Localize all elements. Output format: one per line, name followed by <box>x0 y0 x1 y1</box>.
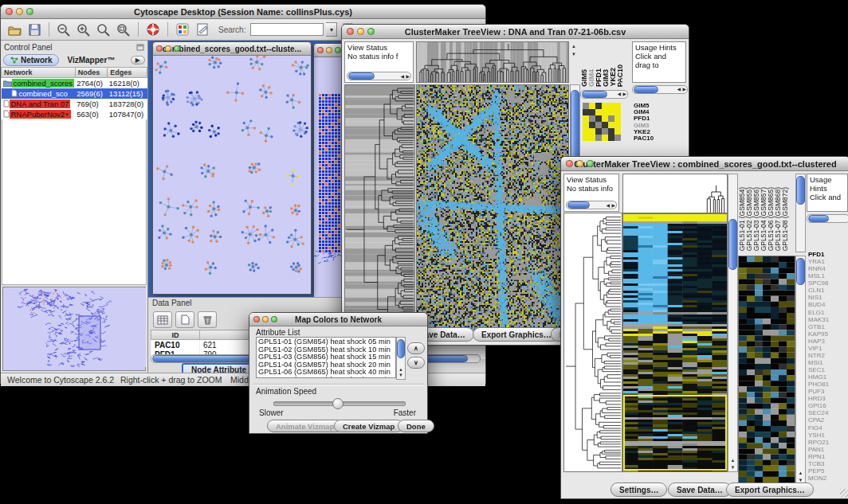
scroll-left-icon[interactable]: ◀ <box>617 91 621 96</box>
scroll-up-icon[interactable]: ▲ <box>397 367 405 373</box>
network-row[interactable]: RNAPuberNov2+ 563(0) 107847(0) <box>2 109 147 119</box>
row-dendrogram-canvas[interactable] <box>344 84 415 331</box>
scroll-up-icon[interactable]: ▲ <box>728 458 737 463</box>
column-labels-hscrollbar[interactable]: ◀ ▶ <box>580 90 628 99</box>
minimize-button[interactable] <box>16 8 23 15</box>
scroll-down-icon[interactable]: ▼ <box>728 465 737 471</box>
speed-slider-thumb[interactable] <box>332 398 344 409</box>
resize-grip[interactable] <box>840 489 848 498</box>
minimize-button[interactable] <box>357 28 364 35</box>
close-button[interactable] <box>566 160 573 167</box>
tab-network[interactable]: Network <box>3 54 59 66</box>
more-tabs-button[interactable]: ▶ <box>131 56 145 64</box>
move-up-button[interactable]: ∧ <box>407 342 425 354</box>
column-dendrogram-canvas[interactable] <box>416 41 569 83</box>
vizmapper-button[interactable] <box>174 21 191 37</box>
minimize-button[interactable] <box>165 45 171 52</box>
scroll-right-icon[interactable]: ▶ <box>682 86 686 92</box>
summary-row-labels[interactable]: GIM5GIM4PFD1GIM3YKE2PAC10 <box>634 103 683 144</box>
scroll-right-icon[interactable]: ▶ <box>622 91 626 96</box>
float-panel-icon[interactable] <box>136 44 144 51</box>
birdseye-view[interactable] <box>2 287 146 371</box>
gene-label[interactable]: PUF3 <box>808 388 848 395</box>
column-labels[interactable]: GPL51-01 (GSM854)GPL51-02 (GSM855)GPL51-… <box>739 173 791 251</box>
gene-label[interactable]: PEP5 <box>808 467 848 475</box>
save-data-button[interactable]: Save Data… <box>668 483 732 497</box>
gene-label[interactable]: KAP95 <box>808 330 848 338</box>
column-labels[interactable]: GIM5GIM4PFD1GIM3YKE2PAC10 <box>581 42 627 87</box>
treeview-combined-title-bar[interactable]: ClusterMaker TreeView : combined_scores_… <box>561 157 848 171</box>
network-title-bar[interactable]: combined_scores_good.txt--cluste... <box>153 42 311 56</box>
scroll-right-icon[interactable]: ▶ <box>611 201 615 210</box>
view-status-hscrollbar[interactable]: ◀ ▶ <box>347 72 411 80</box>
help-button[interactable] <box>144 21 162 37</box>
col-nodes[interactable]: Nodes <box>75 68 108 78</box>
col-network[interactable]: Network <box>2 68 76 78</box>
gene-label[interactable]: ELG1 <box>808 309 848 316</box>
export-graphics-button[interactable]: Export Graphics… <box>726 483 814 497</box>
scroll-left-icon[interactable]: ◀ <box>606 201 610 210</box>
gene-label[interactable]: SEC1 <box>808 366 848 373</box>
close-button[interactable] <box>6 8 13 15</box>
open-session-button[interactable] <box>6 21 23 37</box>
export-graphics-button[interactable]: Export Graphics… <box>473 327 560 342</box>
zoom-heatmap-canvas[interactable] <box>738 256 795 483</box>
scroll-left-icon[interactable]: ◀ <box>400 72 404 81</box>
network-list-area[interactable] <box>2 119 147 285</box>
create-vizmap-button[interactable]: Create Vizmap <box>334 420 403 432</box>
search-dropdown-button[interactable]: ▼ <box>326 22 337 37</box>
zoom-selected-button[interactable] <box>95 21 112 37</box>
close-button[interactable] <box>317 47 324 53</box>
column-tree-canvas[interactable] <box>622 174 728 213</box>
gene-label[interactable]: SPC98 <box>808 279 848 287</box>
gene-label[interactable]: VIP1 <box>808 345 848 352</box>
network-canvas[interactable] <box>153 56 309 293</box>
gene-label[interactable]: BUD4 <box>808 301 848 308</box>
close-button[interactable] <box>253 316 260 322</box>
row-label[interactable]: PAC10 <box>634 135 683 142</box>
gene-label[interactable]: CPA2 <box>808 416 848 424</box>
move-down-button[interactable]: ∨ <box>407 357 425 369</box>
network-row[interactable]: DNA and Tran 07 769(0) 183728(0) <box>2 99 147 109</box>
gene-label[interactable]: RPO21 <box>808 439 848 446</box>
birdseye-canvas[interactable] <box>3 287 146 367</box>
annotation-button[interactable] <box>194 21 211 37</box>
column-label[interactable]: GPL51-08 (GSM872) <box>782 187 789 251</box>
gene-label[interactable]: FIG4 <box>808 424 848 432</box>
tab-vizmapper[interactable]: VizMapper™ <box>61 55 121 65</box>
gene-label[interactable]: HMG1 <box>808 373 848 381</box>
gene-label[interactable]: PFD1 <box>808 251 848 258</box>
zoom-button[interactable] <box>271 316 277 322</box>
scroll-down-icon[interactable]: ▼ <box>397 373 405 378</box>
usage-hints-hscrollbar[interactable] <box>807 214 848 223</box>
gene-label[interactable]: RPN1 <box>808 453 848 460</box>
gene-label[interactable]: CLN1 <box>808 287 848 294</box>
zoom-button[interactable] <box>335 47 341 53</box>
treeview-dna-title-bar[interactable]: ClusterMaker TreeView : DNA and Tran 07-… <box>342 25 689 39</box>
network-row[interactable]: combined_scores 2764(0) 16218(0) <box>2 78 147 89</box>
done-button[interactable]: Done <box>398 420 434 432</box>
new-attribute-button[interactable] <box>175 311 194 328</box>
gene-label[interactable]: PAN1 <box>808 446 848 453</box>
minimize-button[interactable] <box>576 160 583 167</box>
settings-button[interactable]: Settings… <box>610 483 667 497</box>
zoom-button[interactable] <box>367 28 375 35</box>
summary-matrix-canvas[interactable] <box>583 103 621 141</box>
zoom-button[interactable] <box>174 45 180 52</box>
minimize-button[interactable] <box>326 47 332 53</box>
column-label[interactable]: PAC10 <box>617 64 624 87</box>
close-button[interactable] <box>156 45 163 52</box>
gene-label[interactable]: MAK31 <box>808 316 848 323</box>
scroll-right-icon[interactable]: ▶ <box>406 72 410 81</box>
gene-label[interactable]: MSI1 <box>808 359 848 366</box>
animate-vizmap-button[interactable]: Animate Vizmap <box>267 420 343 432</box>
main-title-bar[interactable]: Cytoscape Desktop (Session Name: collins… <box>1 5 485 19</box>
gene-label[interactable]: HRD3 <box>808 395 848 402</box>
gene-label[interactable]: NIS1 <box>808 294 848 301</box>
zoom-in-button[interactable] <box>75 21 92 37</box>
gene-labels[interactable]: PFD1YRA1RNR4MSL1SPC98CLN1NIS1BUD4ELG1MAK… <box>808 251 848 483</box>
col-edges[interactable]: Edges <box>108 68 147 78</box>
attribute-list-vscrollbar[interactable]: ▲ ▼ <box>396 337 406 380</box>
view-status-hscrollbar[interactable]: ◀ ▶ <box>566 201 617 209</box>
zoomview-vscrollbar[interactable]: ▲ ▼ <box>795 256 806 485</box>
